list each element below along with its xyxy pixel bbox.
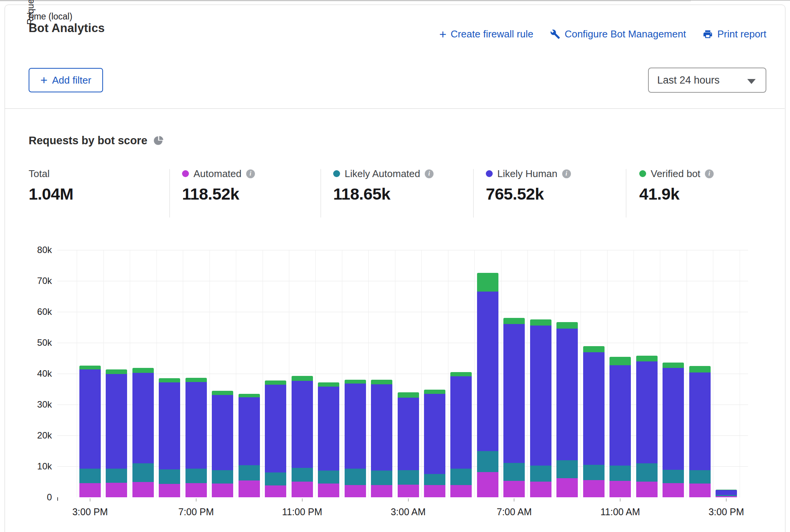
bar[interactable]: [583, 346, 605, 497]
y-axis-origin-tick: [57, 497, 58, 501]
bar-segment-automated: [371, 485, 392, 497]
bar-segment-likely-automated: [132, 463, 154, 482]
v-gridline: [713, 250, 713, 497]
bar-segment-likely-human: [398, 398, 419, 470]
bar-segment-verified-bot: [212, 391, 233, 395]
bar-segment-verified-bot: [292, 376, 313, 380]
stacked-bar-chart: 80k70k60k50k40k30k20k10k03:00 PM7:00 PM1…: [0, 0, 790, 532]
y-tick-label: 80k: [25, 245, 52, 255]
bar-segment-verified-bot: [345, 380, 366, 384]
v-gridline: [660, 250, 660, 497]
x-axis-line: [0, 0, 691, 1]
bar-segment-automated: [530, 482, 551, 497]
h-gridline: [57, 343, 748, 343]
bar-segment-likely-automated: [503, 463, 525, 481]
bar[interactable]: [239, 394, 260, 497]
h-gridline: [57, 312, 748, 312]
bar-segment-automated: [265, 485, 286, 497]
bar[interactable]: [530, 319, 551, 497]
bar-segment-likely-automated: [292, 468, 313, 482]
bar[interactable]: [159, 378, 180, 497]
bar[interactable]: [424, 390, 445, 497]
bar-segment-likely-human: [636, 361, 658, 463]
bar[interactable]: [503, 318, 525, 497]
bar[interactable]: [212, 391, 233, 497]
bar[interactable]: [556, 322, 578, 497]
v-gridline: [315, 250, 316, 497]
bar[interactable]: [609, 357, 631, 497]
bar-segment-likely-human: [79, 369, 101, 469]
bar-segment-likely-human: [239, 397, 260, 465]
bar-segment-likely-automated: [477, 451, 498, 472]
y-tick-label: 30k: [25, 399, 52, 410]
bar-segment-likely-automated: [689, 470, 711, 484]
bar-segment-likely-automated: [239, 465, 260, 481]
bar-segment-automated: [212, 484, 233, 497]
bar-segment-likely-automated: [530, 466, 551, 482]
v-gridline: [103, 250, 104, 497]
bar[interactable]: [477, 273, 498, 497]
bar[interactable]: [132, 368, 154, 497]
bar[interactable]: [265, 380, 286, 497]
bar-segment-automated: [79, 483, 101, 497]
bar-segment-automated: [503, 481, 525, 497]
bar[interactable]: [636, 356, 658, 497]
x-tick-mark: [302, 498, 303, 501]
bar-segment-verified-bot: [609, 357, 631, 365]
bar[interactable]: [318, 382, 339, 497]
bar-segment-likely-automated: [265, 472, 286, 485]
bar-segment-verified-bot: [556, 322, 578, 329]
v-gridline: [687, 250, 687, 497]
v-gridline: [210, 250, 210, 497]
x-axis-title: Time (local): [0, 11, 99, 22]
bar[interactable]: [79, 366, 101, 497]
bar[interactable]: [689, 366, 711, 497]
bar-segment-likely-human: [716, 490, 737, 495]
bar-segment-likely-automated: [159, 469, 180, 484]
bar-segment-likely-automated: [79, 469, 101, 483]
y-axis-title: Requests: [26, 0, 36, 37]
v-gridline: [421, 250, 422, 497]
bar-segment-likely-automated: [212, 470, 233, 484]
bar-segment-likely-human: [556, 329, 578, 460]
bar-segment-likely-automated: [450, 469, 472, 485]
bar-segment-likely-automated: [398, 470, 419, 485]
v-gridline: [448, 250, 448, 497]
bar-segment-verified-bot: [477, 273, 498, 292]
v-gridline: [368, 250, 369, 497]
v-gridline: [130, 250, 130, 497]
bar-segment-verified-bot: [106, 369, 127, 374]
bar-segment-likely-automated: [583, 465, 605, 480]
bar-segment-likely-human: [689, 372, 711, 470]
bar-segment-automated: [450, 485, 472, 497]
bar-segment-verified-bot: [398, 392, 419, 398]
bar[interactable]: [398, 392, 419, 497]
v-gridline: [77, 250, 77, 497]
bar[interactable]: [345, 380, 366, 497]
bar[interactable]: [106, 369, 127, 497]
bar-segment-likely-automated: [318, 471, 339, 484]
y-tick-label: 40k: [25, 368, 52, 379]
bar[interactable]: [292, 376, 313, 497]
bar-segment-automated: [716, 496, 737, 497]
bar[interactable]: [185, 378, 207, 497]
bar[interactable]: [663, 363, 684, 497]
v-gridline: [236, 250, 236, 497]
bar-segment-likely-human: [477, 292, 498, 451]
bar[interactable]: [371, 380, 392, 497]
bar-segment-verified-bot: [159, 378, 180, 382]
v-gridline: [263, 250, 263, 497]
y-tick-label: 50k: [25, 337, 52, 348]
bar-segment-automated: [583, 480, 605, 497]
bar-segment-verified-bot: [530, 319, 551, 325]
bar-segment-likely-human: [583, 352, 605, 465]
bar-segment-likely-human: [663, 368, 684, 470]
v-gridline: [740, 250, 740, 497]
y-tick-label: 0: [25, 492, 52, 503]
x-tick-label: 3:00 AM: [378, 506, 439, 517]
x-tick-mark: [408, 498, 409, 501]
bar[interactable]: [450, 372, 472, 497]
bar[interactable]: [716, 490, 737, 497]
y-tick-label: 20k: [25, 430, 52, 441]
bar-segment-likely-automated: [185, 469, 207, 483]
